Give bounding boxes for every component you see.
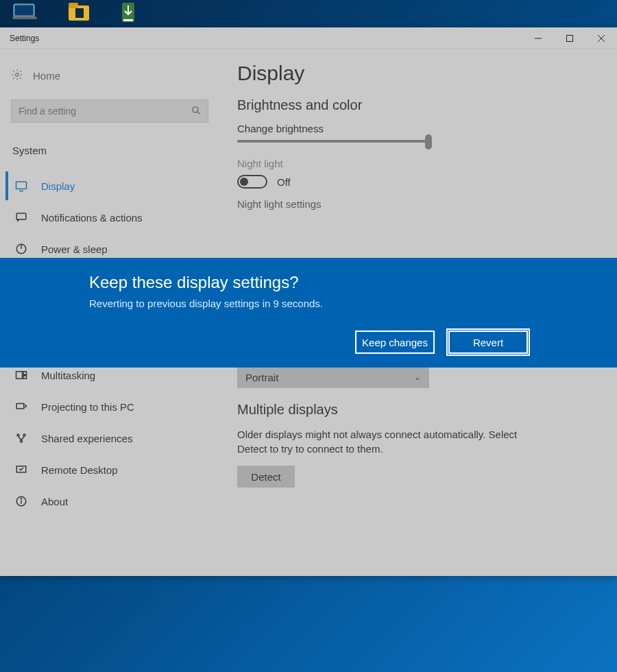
- minimize-icon: [535, 35, 542, 42]
- svg-point-35: [21, 499, 21, 499]
- multiple-displays-section-title: Multiple displays: [237, 402, 599, 418]
- svg-rect-1: [15, 5, 33, 15]
- svg-rect-27: [23, 376, 27, 379]
- search-input[interactable]: [19, 106, 191, 117]
- orientation-value: Portrait: [245, 372, 278, 383]
- sidebar-home[interactable]: Home: [5, 62, 214, 90]
- display-settings-modal: Keep these display settings? Reverting t…: [0, 258, 617, 368]
- svg-rect-15: [16, 182, 27, 189]
- brightness-slider[interactable]: [237, 140, 429, 143]
- modal-title: Keep these display settings?: [89, 273, 528, 292]
- night-light-state: Off: [277, 176, 291, 188]
- page-title: Display: [237, 62, 599, 85]
- sidebar-search[interactable]: [11, 99, 208, 123]
- night-light-toggle[interactable]: [237, 175, 267, 189]
- detect-button[interactable]: Detect: [237, 466, 295, 488]
- computer-icon[interactable]: [12, 1, 40, 25]
- window-titlebar: Settings: [0, 27, 617, 49]
- nav-label: Projecting to this PC: [41, 401, 134, 413]
- svg-point-30: [23, 434, 25, 436]
- svg-line-14: [197, 111, 200, 114]
- sidebar-item-about[interactable]: About: [5, 487, 214, 516]
- nav-label: Multitasking: [41, 370, 95, 381]
- nav-label: About: [41, 496, 68, 507]
- chevron-down-icon: ⌄: [414, 372, 421, 382]
- power-icon: [15, 243, 27, 255]
- remote-icon: [15, 464, 27, 476]
- sidebar-home-label: Home: [33, 70, 60, 82]
- orientation-select[interactable]: Portrait ⌄: [237, 366, 429, 388]
- change-brightness-label: Change brightness: [237, 123, 599, 134]
- search-icon: [191, 106, 201, 117]
- multitask-icon: [15, 369, 27, 381]
- svg-rect-4: [69, 3, 78, 8]
- multiple-displays-text: Older displays might not always connect …: [237, 427, 525, 456]
- downloader-icon[interactable]: [119, 1, 147, 25]
- night-light-settings-link[interactable]: Night light settings: [237, 198, 599, 210]
- info-icon: [15, 495, 27, 507]
- gear-icon: [11, 69, 23, 83]
- window-title: Settings: [0, 34, 39, 43]
- svg-rect-5: [75, 8, 84, 18]
- sidebar-item-display[interactable]: Display: [5, 171, 214, 200]
- sidebar-item-projecting[interactable]: Projecting to this PC: [5, 392, 214, 421]
- night-light-label: Night light: [237, 158, 599, 169]
- speech-icon: [15, 211, 27, 224]
- sidebar-item-shared[interactable]: Shared experiences: [5, 424, 214, 453]
- keep-changes-label: Keep changes: [362, 337, 428, 348]
- maximize-button[interactable]: [554, 27, 585, 49]
- sidebar-item-notifications[interactable]: Notifications & actions: [5, 203, 214, 232]
- revert-label: Revert: [473, 337, 503, 348]
- monitor-icon: [15, 180, 27, 192]
- svg-rect-7: [123, 19, 133, 21]
- nav-label: Display: [41, 180, 75, 192]
- svg-point-29: [17, 434, 19, 436]
- svg-rect-2: [12, 16, 37, 19]
- maximize-icon: [566, 35, 573, 42]
- svg-rect-26: [23, 372, 27, 375]
- sidebar-item-remote[interactable]: Remote Desktop: [5, 455, 214, 484]
- brightness-section-title: Brightness and color: [237, 97, 599, 113]
- revert-button[interactable]: Revert: [448, 331, 528, 354]
- sidebar-category-title: System: [5, 138, 214, 169]
- folder-icon[interactable]: [66, 1, 93, 25]
- shared-icon: [15, 432, 27, 444]
- svg-rect-17: [16, 213, 26, 219]
- svg-point-31: [21, 440, 23, 442]
- project-icon: [15, 400, 27, 413]
- svg-rect-9: [567, 35, 573, 41]
- svg-point-13: [193, 106, 198, 112]
- minimize-button[interactable]: [522, 27, 554, 49]
- detect-button-label: Detect: [251, 471, 280, 483]
- close-button[interactable]: [585, 27, 617, 49]
- svg-rect-28: [16, 404, 24, 409]
- svg-point-12: [16, 73, 19, 77]
- nav-label: Shared experiences: [41, 433, 132, 444]
- slider-thumb[interactable]: [425, 134, 432, 149]
- nav-label: Remote Desktop: [41, 464, 118, 476]
- keep-changes-button[interactable]: Keep changes: [355, 331, 435, 354]
- svg-rect-25: [16, 372, 23, 379]
- nav-label: Power & sleep: [41, 243, 108, 255]
- close-icon: [598, 35, 605, 42]
- toggle-knob: [240, 178, 248, 186]
- desktop-icons: [0, 0, 147, 27]
- nav-label: Notifications & actions: [41, 212, 143, 224]
- modal-subtitle: Reverting to previous display settings i…: [89, 298, 528, 309]
